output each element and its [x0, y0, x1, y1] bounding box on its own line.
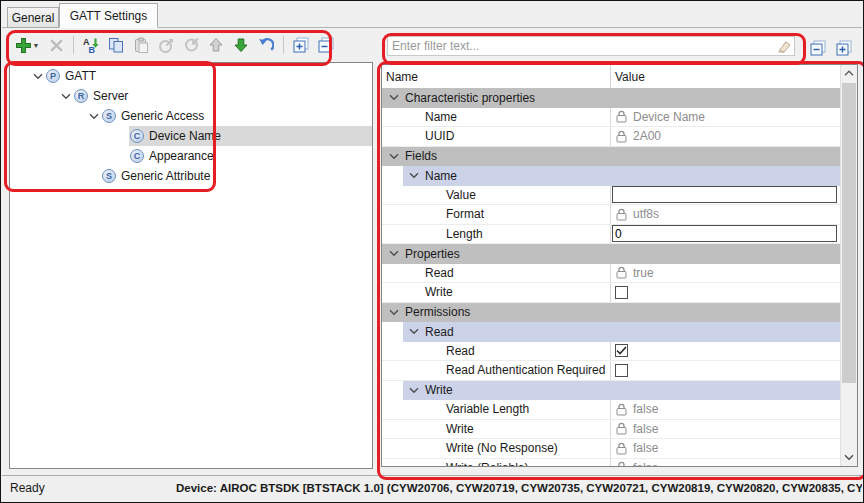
dropdown-caret-icon: ▼ — [33, 42, 40, 49]
undo-button[interactable] — [254, 33, 278, 57]
subsection-row-write[interactable]: Write — [382, 381, 840, 401]
node-badge-s-icon: S — [102, 169, 116, 183]
tree-item-server[interactable]: RServer — [10, 86, 372, 106]
chevron-down-icon[interactable] — [389, 309, 399, 316]
move-down-button[interactable] — [229, 33, 253, 57]
section-label: Properties — [405, 247, 460, 261]
read-checkbox[interactable] — [615, 344, 628, 357]
expand-all-button[interactable] — [289, 33, 313, 57]
locked-value-text: true — [633, 266, 654, 280]
property-value-cell — [611, 361, 840, 380]
property-value-cell — [611, 283, 840, 302]
filter-box — [387, 36, 795, 56]
section-row-fields[interactable]: Fields — [382, 147, 840, 167]
collapse-all-icon — [810, 40, 826, 56]
paste-button[interactable] — [129, 33, 153, 57]
chevron-down-icon[interactable] — [409, 328, 419, 335]
move-in-button[interactable] — [179, 33, 203, 57]
lock-icon — [616, 422, 627, 435]
section-label: Characteristic properties — [405, 91, 535, 105]
chevron-down-icon[interactable] — [409, 387, 419, 394]
property-name: UUID — [382, 127, 611, 146]
tree-item-content: RServer — [73, 86, 372, 106]
subsection-label: Write — [425, 383, 453, 397]
delete-button[interactable] — [44, 33, 68, 57]
tree-item-generic-access[interactable]: SGeneric Access — [10, 106, 372, 126]
chevron-down-icon[interactable] — [389, 250, 399, 257]
property-row-format: Formatutf8s — [382, 205, 840, 225]
move-up-button[interactable] — [204, 33, 228, 57]
chevron-down-icon[interactable] — [58, 93, 73, 100]
tab-general[interactable]: General — [7, 7, 59, 28]
node-badge-p-icon: P — [46, 69, 60, 83]
eraser-icon — [775, 39, 792, 54]
property-value-cell — [611, 225, 840, 244]
tree-item-device-name[interactable]: CDevice Name — [10, 126, 372, 146]
status-device: Device: AIROC BTSDK [BTSTACK 1.0] (CYW20… — [176, 482, 862, 494]
locked-value-text: false — [633, 461, 658, 466]
property-value-cell: false — [611, 459, 840, 467]
write-checkbox[interactable] — [615, 286, 628, 299]
property-row-read: Readtrue — [382, 264, 840, 284]
rename-button[interactable]: AB — [79, 33, 103, 57]
tab-general-label: General — [12, 11, 55, 25]
property-row-variable-length: Variable Lengthfalse — [382, 400, 840, 420]
toolbar-separator — [283, 36, 284, 54]
subsection-row-name[interactable]: Name — [382, 166, 840, 186]
property-value-cell: false — [611, 420, 840, 439]
chevron-down-icon[interactable] — [389, 153, 399, 160]
move-up-icon — [208, 37, 224, 53]
chevron-down-icon[interactable] — [30, 73, 45, 80]
section-row-characteristic-properties[interactable]: Characteristic properties — [382, 88, 840, 108]
grid-column-name[interactable]: Name — [382, 65, 611, 88]
value-input[interactable] — [612, 186, 837, 203]
property-name: Write (No Response) — [382, 439, 611, 458]
property-name: Read Authentication Required — [382, 361, 611, 380]
property-value-cell: utf8s — [611, 205, 840, 224]
property-name: Write — [382, 420, 611, 439]
add-button[interactable]: ▼ — [11, 33, 43, 57]
section-row-properties[interactable]: Properties — [382, 244, 840, 264]
tree-item-appearance[interactable]: CAppearance — [10, 146, 372, 166]
tab-gatt-settings[interactable]: GATT Settings — [59, 3, 158, 28]
scroll-down-button[interactable] — [841, 449, 857, 466]
collapse-all-button[interactable] — [314, 33, 338, 57]
add-icon — [15, 37, 32, 54]
locked-value-text: utf8s — [633, 207, 659, 221]
property-name: Format — [382, 205, 611, 224]
locked-value-text: false — [633, 422, 658, 436]
lock-icon — [616, 110, 627, 123]
subsection-band: Write — [403, 381, 840, 401]
read-authentication-required-checkbox[interactable] — [615, 364, 628, 377]
lock-icon — [616, 266, 627, 279]
property-value-cell: false — [611, 439, 840, 458]
copy-button[interactable] — [104, 33, 128, 57]
copy-icon — [108, 37, 124, 53]
length-input[interactable] — [612, 225, 837, 242]
section-row-permissions[interactable]: Permissions — [382, 303, 840, 323]
tab-bar: General GATT Settings — [2, 2, 862, 28]
tree-item-content: PGATT — [45, 66, 372, 86]
tree-item-generic-attribute[interactable]: SGeneric Attribute — [10, 166, 372, 186]
vertical-scrollbar[interactable] — [840, 65, 857, 466]
expand-all-button[interactable] — [834, 38, 854, 58]
subsection-row-read[interactable]: Read — [382, 322, 840, 342]
property-row-write: Writefalse — [382, 420, 840, 440]
move-out-button[interactable] — [154, 33, 178, 57]
scroll-up-button[interactable] — [841, 65, 857, 82]
clear-filter-button[interactable] — [772, 37, 794, 55]
delete-icon — [49, 38, 64, 53]
property-row-write-no-response-: Write (No Response)false — [382, 439, 840, 459]
grid-column-value[interactable]: Value — [611, 70, 840, 84]
scrollbar-thumb[interactable] — [842, 83, 856, 383]
collapse-all-button[interactable] — [808, 38, 828, 58]
tree-item-content: SGeneric Access — [101, 106, 372, 126]
chevron-down-icon[interactable] — [389, 94, 399, 101]
filter-input[interactable] — [388, 39, 772, 53]
chevron-down-icon[interactable] — [86, 113, 101, 120]
property-row-length: Length — [382, 225, 840, 245]
tree-item-label: Generic Attribute — [121, 169, 210, 183]
tree-item-gatt[interactable]: PGATT — [10, 66, 372, 86]
locked-value-text: 2A00 — [633, 129, 661, 143]
chevron-down-icon[interactable] — [409, 172, 419, 179]
